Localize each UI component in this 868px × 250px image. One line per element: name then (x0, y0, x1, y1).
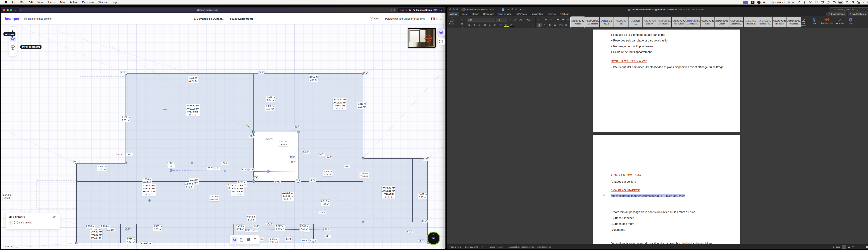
plan-measurement-label[interactable]: 2.422 m6.07 m² ⧉ ⚙ ⊘ (210, 195, 219, 201)
style-chip[interactable]: AaBbCcDdE Citation (715, 17, 729, 27)
autosave-toggle[interactable]: Enregistrement automatique (461, 8, 494, 10)
imapper-logo[interactable]: imapper (1, 17, 24, 21)
delete-icon[interactable]: ⊘ (341, 107, 343, 110)
settings-icon[interactable]: ⚙ (237, 193, 238, 196)
strikethrough-button[interactable]: ab (483, 23, 487, 27)
plan-measurement-label[interactable]: 179.1° ⧉ ⚙ ⊘ (168, 165, 175, 168)
airdrop-icon[interactable] (809, 1, 812, 4)
tab-dessin[interactable]: Dessin (470, 12, 481, 16)
tab-revision[interactable]: Révision (546, 12, 558, 16)
editor-button[interactable]: Rédacteur (835, 18, 845, 25)
plan-measurement-label[interactable]: 90.5° ⧉ ⚙ ⊘ (73, 160, 80, 163)
menu-spaces[interactable]: Spaces (45, 1, 58, 4)
back-to-projects-link[interactable]: Retour à mes projets (24, 18, 52, 20)
plan-measurement-label[interactable]: 89.7° ⧉ ⚙ ⊘ (290, 161, 296, 164)
plan-measurement-label[interactable]: 1.858 m4.65 m² ⧉ ⚙ ⊘ (143, 178, 152, 184)
zoom-window-button[interactable] (456, 8, 458, 10)
visibility-toggle[interactable]: ▾ (53, 216, 58, 218)
plan-measurement-label[interactable]: 86.9° ⧉ ⚙ ⊘ (326, 156, 332, 158)
plan-measurement-label[interactable]: 89.2° ⧉ ⚙ ⊘ (253, 176, 259, 179)
keyboard-icon[interactable] (833, 1, 836, 4)
close-window-button[interactable] (449, 8, 452, 10)
plan-measurement-label[interactable]: 1.177 m2.94 m² ⧉ ⚙ ⊘ (278, 140, 288, 146)
tab-inserer[interactable]: Insérer (460, 12, 470, 16)
tab-accueil[interactable]: Accueil (448, 12, 459, 16)
plan-measurement-label[interactable]: 91.2° ⧉ ⚙ ⊘ (214, 167, 220, 170)
chevron-down-icon[interactable]: ▾ (441, 9, 442, 11)
address-bar[interactable]: ⌕ platform.imapper.tech ❏ ⧉ (19, 8, 396, 12)
zoom-slider[interactable] (859, 247, 868, 247)
plan-measurement-label[interactable]: 1.496 m3.74 m² ⧉ ⚙ ⊘ (236, 225, 245, 231)
text-effects-icon[interactable]: A⌄ (499, 23, 504, 27)
plan-measurement-label[interactable]: V=8.60 m³ ⧉ ⚙ ⊘ (140, 242, 152, 245)
save-icon[interactable]: 💾 (500, 8, 506, 11)
plan-measurement-label[interactable]: 1.32 m ⧉ ⚙ ⊘ (106, 228, 115, 231)
plan-measurement-label[interactable]: 7.505 m13.77 m² ⧉ ⚙ ⊘ (188, 76, 198, 83)
plan-measurement-label[interactable]: 1.887 m4.72 m² ⧉ ⚙ ⊘ (185, 182, 194, 189)
minimize-window-button[interactable] (7, 9, 9, 11)
underline-button[interactable]: S (477, 23, 482, 27)
expand-group-icon[interactable]: › (8, 220, 13, 225)
photo-layer-button[interactable] (437, 29, 445, 36)
plan-measurement-label[interactable]: 0.965 m2.41 m² ⧉ ⚙ ⊘ (300, 225, 309, 231)
door-tool-button[interactable] (238, 237, 244, 243)
style-chip[interactable]: AaBbCcDdE Accentuation... (657, 17, 671, 27)
spotlight-icon[interactable] (851, 1, 855, 4)
plan-measurement-label[interactable]: 90.4° ⧉ ⚙ ⊘ (253, 225, 259, 228)
duplicate-icon[interactable]: ⧉ (284, 198, 286, 201)
minimize-window-button[interactable] (453, 8, 455, 10)
bold-button[interactable]: G (467, 23, 471, 27)
menu-view[interactable]: View (35, 1, 45, 4)
tape-measure-tool-button[interactable] (10, 43, 16, 50)
accessibility-status[interactable]: ♿ Accessibilité : consultez nos recomman… (507, 246, 551, 248)
plan-measurement-label[interactable]: 3.202 m9.00 m² ⧉ ⚙ ⊘ (121, 116, 130, 122)
delete-icon[interactable]: ⊘ (151, 193, 153, 196)
align-left-button[interactable]: ≣ (537, 23, 541, 26)
plan-measurement-label[interactable]: 91.8° ⧉ ⚙ ⊘ (249, 168, 254, 171)
floor-plan-canvas[interactable]: 85.8° ⧉ ⚙ ⊘ 88.7° ⧉ ⚙ ⊘ (1, 24, 445, 249)
battery-icon[interactable] (838, 1, 843, 3)
sport-reminder-text[interactable]: Sport · dans 8 h 42 min (771, 1, 795, 4)
search-input[interactable]: Rechercher (Cmd + Ctrl + U) (829, 7, 868, 11)
plan-measurement-label[interactable]: 2.856 m9.84 m² ⧉ ⚙ ⊘ (309, 75, 318, 82)
web-layout-view-button[interactable]: ≋ (852, 246, 854, 248)
area-tool-button[interactable] (10, 36, 16, 42)
g-app-icon[interactable]: G (763, 1, 766, 4)
imapper-share-link[interactable]: https://platform.imapper.tech/shared/893… (611, 194, 685, 197)
zoom-out-button[interactable]: − (856, 246, 857, 248)
grow-font-icon[interactable]: A˄ (508, 18, 513, 22)
plan-measurement-label[interactable]: 3.466 m8.67 m² ⧉ ⚙ ⊘ (265, 104, 275, 111)
app-badge-icon[interactable]: A (751, 1, 754, 4)
plan-measurement-label[interactable]: 89.3° ⧉ ⚙ ⊘ (245, 229, 251, 231)
plan-measurement-label[interactable]: 178.3° ⧉ ⚙ ⊘ (303, 151, 310, 154)
style-chip[interactable]: AaBbCcDdE Référence lé... (744, 17, 758, 27)
language-indicator[interactable]: Français (France) (488, 246, 503, 248)
plan-measurement-label[interactable]: 1.98 m ⧉ ⚙ ⊘ (4, 245, 12, 248)
style-chip[interactable]: AaBbCcDdE Accentuation... (686, 17, 700, 27)
style-chip[interactable]: AaBbCcDdE Référence in... (758, 17, 772, 27)
highlight-color-button[interactable]: 🖊⌄ (504, 23, 509, 27)
menu-edit[interactable]: Edit (27, 1, 35, 4)
open-in-workspace-button[interactable]: Open in So+Ra Building Group ⌘O | ▾ (398, 8, 444, 12)
plan-measurement-label[interactable]: 2.897 m7.24 m² ⧉ ⚙ ⊘ (266, 96, 276, 102)
word-count[interactable]: 1 sur 195 mots (465, 246, 478, 248)
plan-measurement-label[interactable]: 178.4° ⧉ ⚙ ⊘ (319, 211, 326, 214)
plan-measurement-label[interactable]: 87.6° ⧉ ⚙ ⊘ (242, 168, 247, 171)
plan-measurement-label[interactable]: 1.276 ⧉ ⚙ ⊘ (309, 179, 316, 182)
plan-measurement-label[interactable]: 0.730 m ⧉ ⚙ ⊘ (100, 225, 110, 228)
justify-button[interactable]: ☰ (553, 23, 557, 26)
plan-measurement-label[interactable]: 178.2° ⧉ ⚙ ⊘ (265, 138, 272, 140)
style-chip[interactable]: AaBbCcDdE Élevé (701, 17, 715, 27)
apple-menu-icon[interactable] (2, 1, 9, 4)
plan-measurement-label[interactable]: 86.6° ⧉ ⚙ ⊘ (124, 228, 130, 230)
tab-affichage[interactable]: Affichage (558, 12, 571, 16)
delete-icon[interactable]: ⊘ (239, 193, 241, 196)
settings-icon[interactable]: ⚙ (148, 193, 150, 196)
style-chip[interactable]: AaBb Titre (628, 17, 643, 27)
back-icon[interactable]: ‹ (14, 9, 17, 11)
style-chip[interactable]: AaBbCcDdE Titre du livre (773, 17, 786, 27)
plan-measurement-label[interactable]: 0.854 m2.14 m² ⧉ ⚙ ⊘ (247, 215, 256, 221)
plan-measurement-label[interactable]: 91.3° ⧉ ⚙ ⊘ (423, 158, 429, 161)
duplicate-icon[interactable]: ⧉ (189, 114, 191, 116)
subscript-button[interactable]: x₂ (488, 23, 492, 27)
